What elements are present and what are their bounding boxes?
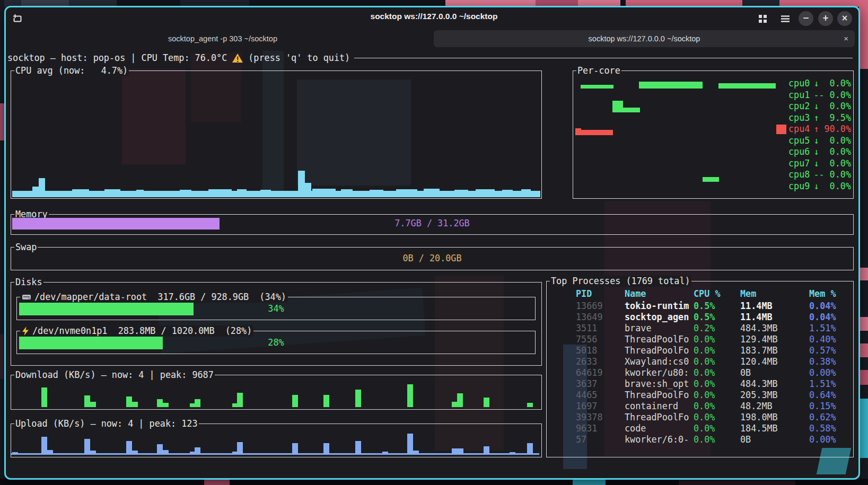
download-panel: Download (KB/s) — now: 4 | peak: 9687	[11, 375, 542, 410]
net-bar	[527, 403, 533, 407]
memory-usage-text: 7.7GB / 31.2GB	[11, 218, 853, 229]
core-history-bar	[612, 101, 623, 112]
core-trend-icon: ↓	[813, 78, 819, 89]
process-mem-pct: 0.04%	[809, 301, 836, 312]
tiling-grid-icon[interactable]	[758, 14, 767, 23]
process-name: kworker/6:0-	[625, 434, 689, 445]
process-name: brave:sh_opt	[625, 378, 689, 390]
process-mem: 11.4MB	[740, 312, 773, 323]
upload-sparkline	[11, 424, 541, 457]
net-bar	[382, 452, 388, 455]
core-value: 9.5%	[830, 112, 851, 124]
core-marker-slot	[776, 136, 786, 145]
net-bar	[484, 398, 489, 407]
process-name: ThreadPoolFo	[625, 345, 689, 356]
download-sparkline	[11, 375, 541, 409]
net-bar	[292, 443, 298, 455]
process-cpu: 0.0%	[694, 378, 715, 390]
process-pid: 3511	[576, 323, 597, 334]
core-history-bar	[623, 108, 640, 112]
header-separator	[354, 58, 853, 58]
maximize-button[interactable]: +	[818, 11, 833, 26]
net-bar	[90, 451, 96, 455]
swap-usage-text: 0B / 20.0GB	[11, 253, 853, 264]
core-row: cpu1--0.0%	[776, 90, 851, 101]
disk-item-nvme: /dev/nvme0n1p1 283.8MB / 1020.0MB (28%) …	[16, 331, 536, 354]
process-cpu: 0.0%	[694, 334, 715, 345]
core-name: cpu3	[788, 112, 810, 124]
process-name: Xwayland:cs0	[625, 356, 689, 367]
core-trend-icon: ↑	[813, 124, 819, 135]
net-bar	[90, 402, 96, 407]
process-mem: 120.4MB	[740, 356, 778, 367]
core-value: 0.0%	[830, 101, 851, 112]
menu-hamburger-icon[interactable]	[781, 15, 790, 23]
process-mem: 198.0MB	[740, 412, 778, 423]
core-row: cpu4↑90.0%	[776, 124, 851, 135]
process-pid: 5018	[576, 345, 597, 356]
header-host-temp: socktop — host: pop-os | CPU Temp: 76.0°…	[7, 52, 227, 64]
process-mem-pct: 1.51%	[809, 378, 836, 390]
net-bar	[237, 442, 243, 455]
process-cpu: 0.0%	[694, 345, 715, 356]
process-column-header: Mem %	[809, 288, 836, 299]
process-cpu: 0.0%	[694, 367, 715, 378]
spark-bar	[502, 190, 513, 197]
process-name: ThreadPoolFo	[625, 334, 689, 345]
net-bar	[355, 390, 361, 407]
process-cpu: 0.0%	[694, 401, 715, 412]
swap-title: Swap	[14, 242, 38, 253]
core-marker-slot	[776, 79, 786, 89]
process-cpu: 0.5%	[694, 312, 715, 323]
net-bar	[484, 446, 489, 455]
close-button[interactable]: ×	[837, 11, 852, 26]
core-history-bar	[575, 128, 581, 135]
process-mem-pct: 1.51%	[809, 323, 836, 334]
process-name: ThreadPoolFo	[625, 390, 689, 401]
net-bar	[126, 396, 132, 407]
core-trend-icon: --	[813, 169, 824, 180]
process-mem-pct: 0.04%	[809, 312, 836, 323]
net-bar	[407, 434, 413, 455]
net-bar	[84, 439, 90, 455]
tab-close-icon[interactable]: ×	[844, 30, 848, 47]
core-row: cpu2↓0.0%	[776, 101, 851, 112]
core-row: cpu7↓0.0%	[776, 158, 851, 169]
process-pid: 2633	[576, 356, 597, 367]
process-column-header: Name	[625, 288, 646, 299]
process-name: ThreadPoolFo	[625, 412, 689, 423]
process-cpu: 0.0%	[694, 356, 715, 367]
core-trend-icon: ↓	[813, 158, 819, 169]
process-mem-pct: 0.00%	[809, 367, 836, 378]
core-value: 0.0%	[830, 158, 851, 169]
spark-bar	[260, 190, 271, 197]
core-value: 0.0%	[830, 90, 851, 101]
disk-label-row: /dev/nvme0n1p1 283.8MB / 1020.0MB (28%)	[20, 325, 253, 337]
tab-socktop-agent[interactable]: socktop_agent -p 303 ~/socktop	[16, 30, 429, 47]
process-mem: 0B	[740, 434, 751, 445]
net-bar	[157, 399, 163, 407]
core-row: cpu0↓0.0%	[776, 78, 851, 89]
process-cpu: 0.0%	[694, 390, 715, 401]
process-cpu: 0.0%	[694, 412, 715, 423]
process-mem: 48.2MB	[740, 401, 773, 412]
tab-socktop-client[interactable]: socktop ws://127.0.0.0 ~/socktop ×	[434, 30, 855, 47]
core-row: cpu6↓0.0%	[776, 146, 851, 157]
tab-label: socktop ws://127.0.0.0 ~/socktop	[589, 34, 700, 43]
disk-percent: 34%	[17, 303, 535, 314]
desktop: socktop ws://127.0.0.0 ~/socktop − + × s…	[0, 0, 868, 485]
core-name: cpu9	[788, 181, 810, 192]
spark-bar	[476, 189, 495, 197]
minimize-button[interactable]: −	[799, 11, 813, 26]
process-name: brave	[625, 323, 652, 334]
cpu-avg-sparkline	[11, 71, 541, 198]
process-pid: 13649	[576, 312, 603, 323]
process-mem-pct: 0.38%	[809, 356, 836, 367]
process-mem: 11.4MB	[740, 301, 773, 312]
net-bar	[41, 437, 47, 455]
net-bar	[126, 441, 132, 455]
disks-panel: Disks /dev/mapper/data-root 317.6GB / 92…	[11, 282, 542, 366]
process-cpu: 0.0%	[694, 434, 715, 445]
process-mem: 205.3MB	[740, 390, 778, 401]
net-bar	[452, 448, 458, 455]
